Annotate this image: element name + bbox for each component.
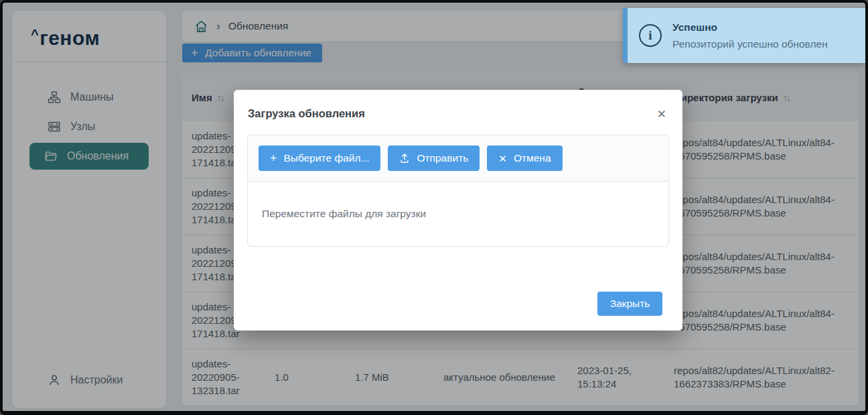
info-icon: i [639,24,662,47]
toast-message: Репозиторий успешно обновлен [672,38,828,50]
app-window: ^геном МашиныУзлыОбновления Настройки › … [0,0,868,415]
toast-title: Успешно [672,21,828,34]
cancel-button[interactable]: ✕ Отмена [487,145,562,171]
file-upload-panel: + Выберите файл... Отправить ✕ Отмена Пе… [247,135,669,247]
send-button[interactable]: Отправить [388,145,480,171]
upload-update-dialog: Загрузка обновления ✕ + Выберите файл...… [234,90,682,331]
x-icon: ✕ [498,154,507,164]
dropzone-text: Переместите файлы для загрузки [262,208,426,220]
success-toast: i Успешно Репозиторий успешно обновлен [623,8,865,63]
close-button[interactable]: Закрыть [597,292,662,316]
upload-icon [399,153,410,164]
plus-icon: + [270,152,277,164]
dialog-close-icon[interactable]: ✕ [656,107,668,121]
dialog-title: Загрузка обновления [248,107,365,120]
choose-file-button[interactable]: + Выберите файл... [259,145,380,171]
dropzone[interactable]: Переместите файлы для загрузки [247,182,669,247]
